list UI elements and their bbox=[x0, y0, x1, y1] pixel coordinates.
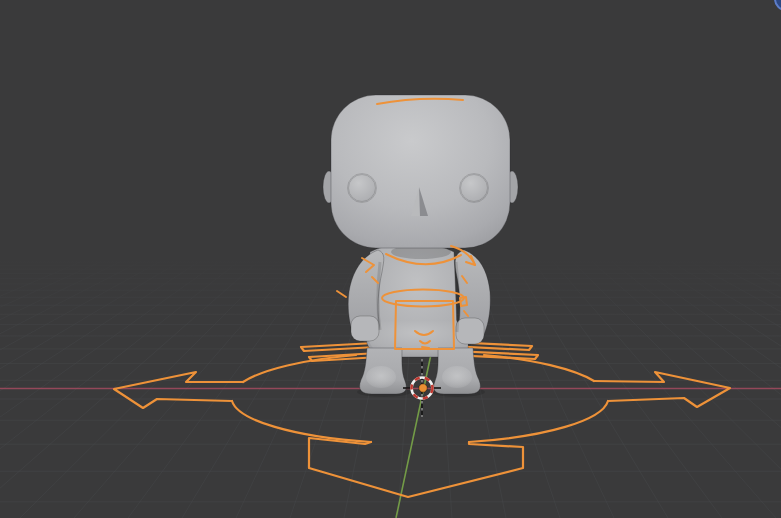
head[interactable] bbox=[331, 95, 510, 248]
pelvis-tick[interactable] bbox=[422, 347, 429, 348]
blender-viewport[interactable] bbox=[0, 0, 781, 518]
object-origin-dot bbox=[419, 384, 427, 392]
hand-left[interactable] bbox=[351, 316, 379, 341]
hand-right[interactable] bbox=[456, 318, 484, 344]
foot-right-highlight bbox=[442, 366, 472, 388]
eye-right bbox=[461, 175, 488, 202]
eye-left bbox=[349, 175, 376, 202]
foot-left-highlight bbox=[366, 366, 396, 388]
